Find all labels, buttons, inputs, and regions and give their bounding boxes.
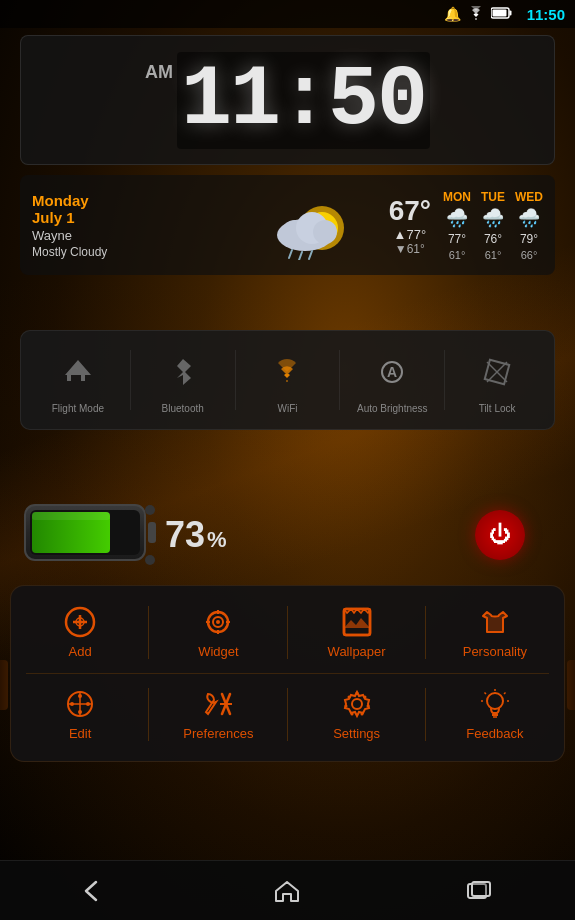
weather-cloud-icon <box>257 185 377 265</box>
flight-mode-icon-wrap[interactable] <box>53 347 103 397</box>
menu-add[interactable]: Add <box>11 594 149 671</box>
status-bar: 🔔 11:50 <box>0 0 575 28</box>
battery-info: 73 % <box>165 514 227 556</box>
toggle-flight-mode[interactable]: Flight Mode <box>26 347 130 414</box>
svg-point-21 <box>145 505 155 515</box>
menu-wallpaper[interactable]: Wallpaper <box>288 594 426 671</box>
svg-point-41 <box>70 702 74 706</box>
svg-point-40 <box>78 710 82 714</box>
clock-ampm: AM <box>145 62 173 83</box>
battery-widget: 73 % ⏻ <box>20 495 555 575</box>
side-knob-right <box>567 660 575 710</box>
weather-forecast: MON 🌧️ 77° 61° TUE 🌧️ 76° 61° WED 🌧️ 79°… <box>443 190 543 261</box>
forecast-mon-label: MON <box>443 190 471 204</box>
forecast-tue: TUE 🌧️ 76° 61° <box>481 190 505 261</box>
status-time: 11:50 <box>527 6 565 23</box>
svg-rect-19 <box>148 522 156 543</box>
weather-location: Wayne <box>32 228 257 243</box>
svg-point-47 <box>355 692 358 695</box>
menu-widget[interactable]: Widget <box>149 594 287 671</box>
add-icon <box>64 606 96 638</box>
settings-icon <box>341 688 373 720</box>
forecast-mon-hi: 77° <box>448 232 466 246</box>
svg-point-50 <box>360 713 363 716</box>
personality-icon <box>479 606 511 638</box>
forecast-tue-label: TUE <box>481 190 505 204</box>
forecast-wed-lo: 66° <box>521 249 538 261</box>
power-button[interactable]: ⏻ <box>475 510 525 560</box>
svg-rect-63 <box>472 882 490 896</box>
battery-image <box>20 500 150 570</box>
auto-brightness-icon-wrap[interactable]: A <box>367 347 417 397</box>
svg-point-22 <box>145 555 155 565</box>
widget-icon <box>202 606 234 638</box>
menu-settings[interactable]: Settings <box>288 676 426 753</box>
battery-percent-value: 73 <box>165 514 205 556</box>
preferences-icon <box>202 688 234 720</box>
toggle-wifi[interactable]: WiFi <box>236 347 340 414</box>
svg-point-39 <box>78 694 82 698</box>
svg-rect-2 <box>492 10 506 17</box>
settings-label: Settings <box>333 726 380 741</box>
wifi-toggle-icon-wrap[interactable] <box>262 347 312 397</box>
svg-point-8 <box>313 220 337 244</box>
weather-low: ▼61° <box>395 242 425 256</box>
clock-time: 11:50 <box>181 52 426 149</box>
forecast-wed-hi: 79° <box>520 232 538 246</box>
weather-day: Monday July 1 <box>32 192 257 226</box>
side-knob-left <box>0 660 8 710</box>
bluetooth-icon-wrap[interactable] <box>158 347 208 397</box>
forecast-tue-hi: 76° <box>484 232 502 246</box>
menu-row-1: Add Widget Wallpaper <box>11 594 564 671</box>
menu-preferences[interactable]: Preferences <box>149 676 287 753</box>
svg-line-9 <box>289 250 292 258</box>
nav-back-button[interactable] <box>66 871 126 911</box>
menu-feedback[interactable]: Feedback <box>426 676 564 753</box>
svg-line-60 <box>504 693 506 695</box>
tilt-lock-icon-wrap[interactable] <box>472 347 522 397</box>
clock-display: AM 11:50 <box>145 52 430 149</box>
clock-digits: 11:50 <box>177 52 430 149</box>
wifi-label: WiFi <box>277 403 297 414</box>
svg-point-51 <box>350 713 353 716</box>
forecast-wed: WED 🌧️ 79° 66° <box>515 190 543 261</box>
weather-current-temp: 67° <box>389 195 431 227</box>
clock-widget: AM 11:50 <box>20 35 555 165</box>
menu-divider <box>26 673 549 674</box>
svg-point-52 <box>344 705 347 708</box>
svg-point-42 <box>86 702 90 706</box>
tilt-lock-label: Tilt Lock <box>479 403 516 414</box>
wallpaper-icon <box>341 606 373 638</box>
recents-icon <box>466 880 492 902</box>
forecast-mon-lo: 61° <box>449 249 466 261</box>
widget-label: Widget <box>198 644 238 659</box>
toggle-bluetooth[interactable]: Bluetooth <box>131 347 235 414</box>
toggle-auto-brightness[interactable]: A Auto Brightness <box>340 347 444 414</box>
status-icons: 🔔 11:50 <box>444 6 565 23</box>
wifi-icon <box>467 6 485 23</box>
toggle-tilt-lock[interactable]: Tilt Lock <box>445 347 549 414</box>
edit-label: Edit <box>69 726 91 741</box>
vibrate-icon: 🔔 <box>444 6 461 22</box>
navigation-bar <box>0 860 575 920</box>
flight-mode-label: Flight Mode <box>52 403 104 414</box>
svg-rect-1 <box>509 11 511 16</box>
feedback-icon <box>479 688 511 720</box>
menu-row-2: Edit Preferences <box>11 676 564 753</box>
menu-edit[interactable]: Edit <box>11 676 149 753</box>
svg-point-49 <box>366 705 369 708</box>
svg-point-54 <box>487 693 503 709</box>
svg-point-46 <box>352 699 362 709</box>
nav-recents-button[interactable] <box>449 871 509 911</box>
menu-panel: Add Widget Wallpaper <box>10 585 565 762</box>
svg-rect-20 <box>32 512 110 520</box>
toggles-panel: Flight Mode Bluetooth WiFi A <box>20 330 555 430</box>
wallpaper-label: Wallpaper <box>328 644 386 659</box>
battery-status-icon <box>491 6 513 22</box>
back-icon <box>82 880 110 902</box>
svg-point-53 <box>347 696 350 699</box>
menu-personality[interactable]: Personality <box>426 594 564 671</box>
personality-label: Personality <box>463 644 527 659</box>
weather-high: ▲77° <box>394 227 427 242</box>
nav-home-button[interactable] <box>257 871 317 911</box>
